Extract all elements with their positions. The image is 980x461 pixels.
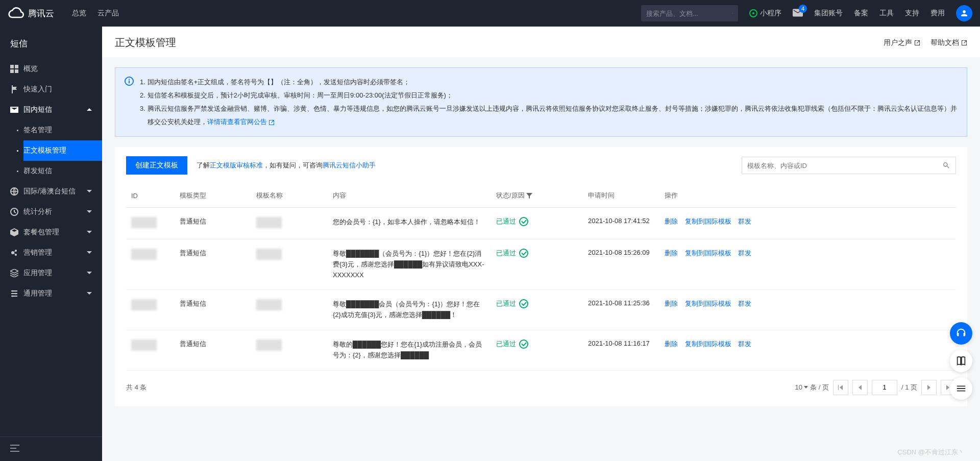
delete-link[interactable]: 删除 [665,217,678,225]
sidebar-item-bulk-send[interactable]: 群发短信 [23,161,102,181]
audit-standard-link[interactable]: 正文模版审核标准 [210,161,263,169]
brand-text: 腾讯云 [28,8,54,19]
template-table: ID 模板类型 模板名称 内容 状态/原因 申请时间 操作 普通短信 您的会员号… [115,184,967,406]
float-docs[interactable] [950,350,972,372]
global-search[interactable] [641,5,738,21]
copy-intl-link[interactable]: 复制到国际模板 [685,340,731,348]
page-title-bar: 正文模板管理 用户之声 帮助文档 [102,27,980,57]
bullet-icon [17,130,18,131]
search-input[interactable] [646,10,732,17]
float-customer-service[interactable] [950,322,972,345]
th-time: 申请时间 [583,184,659,208]
svg-point-9 [12,290,14,292]
table-row: 普通短信 尊敬的██████您好！您在{1}成功注册会员，会员号为：{2}，感谢… [126,330,956,370]
link-support[interactable]: 支持 [905,9,919,18]
layers-icon [10,269,18,277]
clock-icon [10,208,18,216]
mini-program-link[interactable]: 小程序 [749,9,781,18]
sms-helper-link[interactable]: 腾讯云短信小助手 [323,161,376,169]
nav-products[interactable]: 云产品 [97,9,119,18]
avatar-icon [960,9,969,18]
sidebar-title: 短信 [0,27,102,59]
top-header: 腾讯云 总览 云产品 小程序 4 集团账号 备案 工具 支持 费用 [0,0,980,27]
time-cell: 2021-10-08 15:26:09 [583,239,659,290]
sidebar-item-intl-sms[interactable]: 国际/港澳台短信 [0,181,102,202]
top-right: 小程序 4 集团账号 备案 工具 支持 费用 [641,5,972,21]
bulk-send-link[interactable]: 群发 [738,249,751,257]
content-cell: 尊敬的██████您好！您在{1}成功注册会员，会员号为：{2}，感谢您选择██… [328,330,491,370]
sidebar-item-signature[interactable]: 签名管理 [23,120,102,140]
sidebar-item-stats[interactable]: 统计分析 [0,202,102,222]
sidebar-item-general[interactable]: 通用管理 [0,283,102,304]
th-status[interactable]: 状态/原因 [491,184,583,208]
delete-link[interactable]: 删除 [665,249,678,257]
table-search[interactable] [742,157,956,174]
page-first-button[interactable] [833,380,848,395]
watermark: CSDN @不肯过江东丶 [897,448,965,457]
page-next-button[interactable] [921,380,937,395]
th-id: ID [126,184,175,208]
chevron-down-icon [87,271,92,276]
link-help-docs[interactable]: 帮助文档 [930,38,967,47]
check-icon [519,299,528,308]
type-cell: 普通短信 [175,208,251,239]
time-cell: 2021-10-08 11:25:36 [583,290,659,330]
link-billing[interactable]: 费用 [930,9,945,18]
name-cell-blurred [256,299,282,310]
chevron-down-icon [87,250,92,255]
table-row: 普通短信 您的会员号：{1}，如非本人操作，请忽略本短信！ 已通过 2021-1… [126,208,956,239]
bullet-icon [17,171,18,172]
page-input[interactable] [872,380,897,395]
notice-list: 1.国内短信由签名+正文组成，签名符号为【】（注：全角），发送短信内容时必须带签… [140,76,958,129]
table-search-input[interactable] [747,162,942,169]
sidebar-item-domestic-sms[interactable]: 国内短信 [0,100,102,120]
link-account[interactable]: 集团账号 [814,9,843,18]
sidebar-item-package[interactable]: 套餐包管理 [0,222,102,242]
sidebar-item-quickstart[interactable]: 快速入门 [0,79,102,100]
float-menu[interactable] [950,377,972,400]
link-beian[interactable]: 备案 [854,9,868,18]
logo[interactable]: 腾讯云 [8,5,54,21]
table-header-row: ID 模板类型 模板名称 内容 状态/原因 申请时间 操作 [126,184,956,208]
page-prev-button[interactable] [852,380,868,395]
delete-link[interactable]: 删除 [665,340,678,348]
sidebar-item-marketing[interactable]: 营销管理 [0,242,102,263]
sidebar-item-overview[interactable]: 概览 [0,59,102,79]
bulk-send-link[interactable]: 群发 [738,300,751,307]
bulk-send-link[interactable]: 群发 [738,217,751,225]
notice-detail-link[interactable]: 详情请查看官网公告 [207,118,275,126]
sidebar-item-app[interactable]: 应用管理 [0,263,102,283]
page-size-selector[interactable]: 10 条 / 页 [795,383,829,392]
notifications[interactable]: 4 [793,9,803,18]
svg-rect-0 [10,65,14,68]
copy-intl-link[interactable]: 复制到国际模板 [685,300,731,307]
globe-icon [10,187,18,196]
check-icon [519,249,528,258]
link-tools[interactable]: 工具 [879,9,894,18]
sidebar-item-template[interactable]: 正文模板管理 [23,140,102,161]
delete-link[interactable]: 删除 [665,300,678,307]
nav-overview[interactable]: 总览 [72,9,86,18]
id-cell-blurred [131,249,157,260]
create-template-button[interactable]: 创建正文模板 [126,156,187,175]
id-cell-blurred [131,339,157,351]
user-avatar[interactable] [956,5,972,21]
bulk-send-link[interactable]: 群发 [738,340,751,348]
status-cell: 已通过 [496,249,578,258]
external-link-icon [961,40,967,46]
copy-intl-link[interactable]: 复制到国际模板 [685,249,731,257]
content-cell: 尊敬███████会员（会员号为：{1}）您好！您在{2}成功充值{3}元，感谢… [328,290,491,330]
link-user-voice[interactable]: 用户之声 [884,38,920,47]
check-icon [519,339,528,349]
svg-rect-2 [10,69,14,73]
filter-icon [526,193,532,199]
search-icon[interactable] [942,161,950,169]
svg-rect-14 [129,81,130,83]
search-icon [732,9,733,17]
copy-intl-link[interactable]: 复制到国际模板 [685,217,731,225]
collapse-icon[interactable] [10,445,19,452]
type-cell: 普通短信 [175,290,251,330]
page-of: / 1 页 [901,383,917,392]
chevron-down-icon [804,386,808,389]
pagination: 共 4 条 10 条 / 页 / 1 页 [126,371,956,395]
